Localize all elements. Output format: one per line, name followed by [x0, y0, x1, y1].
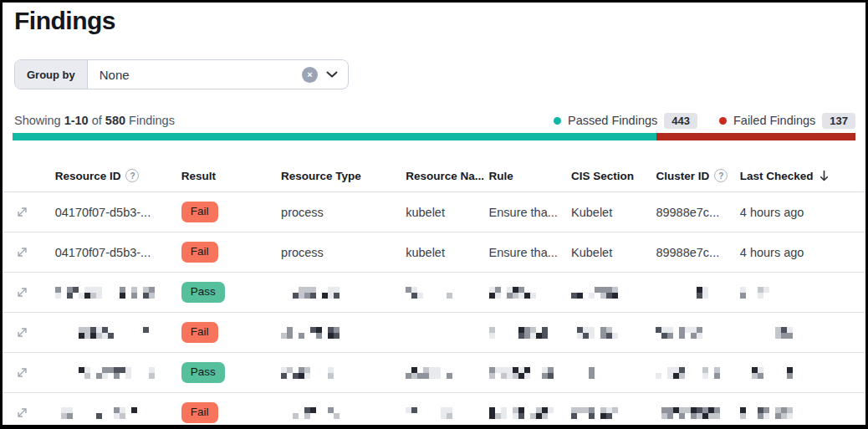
- expand-row-button[interactable]: [14, 205, 29, 220]
- column-label-result: Result: [181, 170, 216, 182]
- expand-row-button[interactable]: [14, 365, 29, 380]
- expand-row-button[interactable]: [14, 406, 29, 421]
- cell-result: Fail: [181, 202, 281, 222]
- expand-cell: [13, 406, 55, 421]
- summary-range: 1-10: [64, 114, 89, 127]
- column-header-cluster_id[interactable]: Cluster ID?: [656, 169, 739, 182]
- redacted-cell-rule: [489, 367, 571, 379]
- redacted-cell-resource_type: [281, 367, 406, 379]
- table-row[interactable]: 04170f07-d5b3-...FailprocesskubeletEnsur…: [3, 192, 865, 232]
- redacted-cell-cis_section: [571, 327, 656, 339]
- cell-result: Fail: [181, 242, 281, 262]
- column-header-result[interactable]: Result: [181, 170, 281, 182]
- redacted-cell-rule: [489, 407, 571, 419]
- failed-bar-segment: [656, 133, 855, 140]
- column-label-rule: Rule: [489, 170, 513, 182]
- cell-cluster_id: 89988e7c...: [656, 246, 739, 259]
- expand-cell: [13, 205, 55, 220]
- cell-result: Fail: [181, 402, 281, 422]
- expand-row-button[interactable]: [14, 285, 29, 300]
- cell-result: Fail: [181, 322, 281, 342]
- column-label-resource_type: Resource Type: [281, 170, 361, 182]
- cell-resource_name: kubelet: [406, 246, 488, 259]
- table-row[interactable]: Pass: [3, 273, 865, 313]
- findings-page: Findings Group by None × Showing 1-10 of…: [0, 0, 868, 429]
- expand-row-button[interactable]: [14, 245, 29, 260]
- column-header-last_checked[interactable]: Last Checked: [740, 170, 855, 182]
- redacted-cell-rule: [489, 327, 571, 339]
- redacted-cell-cluster_id: [656, 327, 739, 339]
- cell-resource_type: process: [281, 246, 406, 259]
- expand-icon: [15, 285, 29, 299]
- redacted-cell-cis_section: [571, 407, 656, 419]
- help-icon[interactable]: ?: [125, 169, 139, 182]
- redacted-cell-resource_name: [406, 367, 488, 379]
- cell-rule: Ensure tha...: [489, 206, 571, 219]
- expand-icon: [15, 406, 29, 420]
- cell-resource_id: 04170f07-d5b3-...: [55, 246, 181, 259]
- redacted-cell-cluster_id: [656, 287, 739, 299]
- table-row[interactable]: 04170f07-d5b3-...FailprocesskubeletEnsur…: [3, 232, 865, 273]
- table-row[interactable]: Fail: [3, 393, 865, 429]
- expand-icon: [15, 245, 29, 259]
- summary-of: of: [92, 114, 102, 127]
- redacted-cell-resource_type: [281, 327, 406, 339]
- column-header-rule[interactable]: Rule: [489, 170, 571, 182]
- column-header-resource_name[interactable]: Resource Na...: [406, 170, 488, 182]
- result-badge-fail: Fail: [181, 202, 218, 222]
- table-header-row: Resource ID?ResultResource TypeResource …: [3, 160, 865, 192]
- cell-cis_section: Kubelet: [571, 206, 656, 219]
- group-by-control[interactable]: Group by None ×: [14, 59, 349, 89]
- redacted-cell-resource_id: [55, 327, 181, 339]
- cell-resource_id: 04170f07-d5b3-...: [55, 206, 181, 219]
- legend-passed: Passed Findings 443: [554, 113, 697, 129]
- redacted-cell-cis_section: [571, 367, 656, 379]
- sort-desc-icon[interactable]: [819, 170, 830, 181]
- redacted-cell-resource_id: [55, 367, 181, 379]
- redacted-cell-cluster_id: [656, 367, 739, 379]
- legend-failed: Failed Findings 137: [719, 113, 855, 129]
- cell-result: Pass: [181, 282, 281, 302]
- clear-icon[interactable]: ×: [302, 67, 318, 83]
- findings-table: Resource ID?ResultResource TypeResource …: [3, 160, 865, 429]
- table-row[interactable]: Fail: [3, 313, 865, 353]
- cell-resource_type: process: [281, 206, 406, 219]
- column-header-resource_id[interactable]: Resource ID?: [55, 169, 181, 182]
- column-label-resource_id: Resource ID: [55, 170, 121, 182]
- redacted-cell-resource_id: [55, 287, 181, 299]
- table-row[interactable]: Pass: [3, 353, 865, 393]
- findings-ratio-bar: [13, 133, 855, 140]
- chevron-down-icon[interactable]: [326, 71, 338, 78]
- column-label-last_checked: Last Checked: [740, 170, 814, 182]
- page-title: Findings: [14, 7, 865, 35]
- cell-cluster_id: 89988e7c...: [656, 206, 739, 219]
- result-badge-fail: Fail: [181, 402, 218, 422]
- column-header-cis_section[interactable]: CIS Section: [571, 170, 656, 182]
- passed-bar-segment: [13, 133, 656, 140]
- expand-cell: [13, 365, 55, 380]
- failed-count-badge: 137: [822, 113, 855, 129]
- expand-row-button[interactable]: [14, 325, 29, 340]
- redacted-cell-resource_name: [406, 327, 488, 339]
- group-by-label: Group by: [15, 60, 88, 89]
- redacted-cell-last_checked: [740, 367, 855, 379]
- results-summary: Showing 1-10 of 580 Findings: [14, 114, 175, 127]
- expand-icon: [15, 365, 29, 380]
- table-body: 04170f07-d5b3-...FailprocesskubeletEnsur…: [3, 192, 865, 429]
- cell-rule: Ensure tha...: [489, 246, 571, 259]
- cell-last_checked: 4 hours ago: [740, 246, 855, 259]
- summary-total: 580: [105, 114, 125, 127]
- cell-last_checked: 4 hours ago: [740, 206, 855, 219]
- column-header-resource_type[interactable]: Resource Type: [281, 170, 406, 182]
- redacted-cell-resource_type: [281, 407, 406, 419]
- redacted-cell-last_checked: [740, 287, 855, 299]
- redacted-cell-resource_type: [281, 287, 406, 299]
- result-badge-fail: Fail: [181, 322, 218, 342]
- column-label-cluster_id: Cluster ID: [656, 170, 709, 182]
- help-icon[interactable]: ?: [714, 169, 728, 182]
- result-badge-fail: Fail: [181, 242, 218, 262]
- expand-cell: [13, 285, 55, 300]
- results-meta-row: Showing 1-10 of 580 Findings Passed Find…: [14, 111, 855, 130]
- expand-cell: [13, 325, 55, 340]
- passed-label: Passed Findings: [568, 114, 657, 127]
